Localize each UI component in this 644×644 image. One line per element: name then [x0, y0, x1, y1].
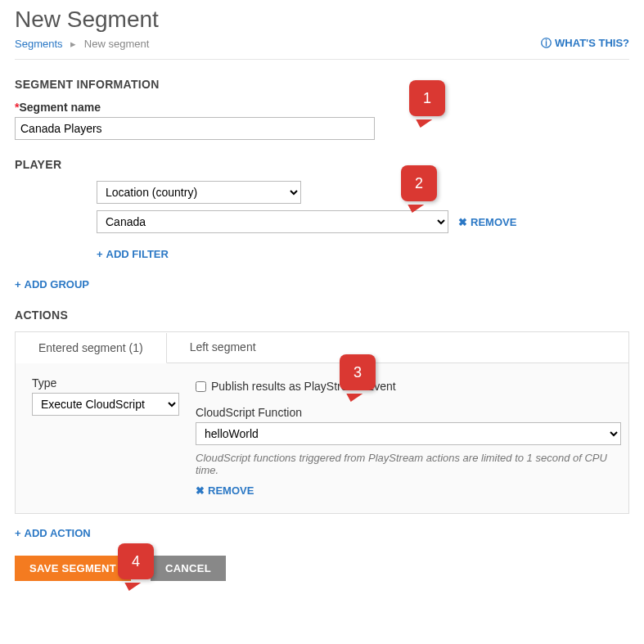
- cloudscript-function-select[interactable]: helloWorld: [196, 422, 621, 445]
- breadcrumb-segments-link[interactable]: Segments: [15, 38, 63, 50]
- callout-4: 4: [118, 543, 154, 579]
- chevron-right-icon: ▸: [70, 38, 76, 50]
- cancel-button[interactable]: CANCEL: [151, 556, 226, 581]
- plus-icon: +: [15, 278, 21, 290]
- action-type-select[interactable]: Execute CloudScript: [32, 393, 179, 416]
- player-header: PLAYER: [15, 158, 629, 171]
- remove-filter-button[interactable]: ✖ REMOVE: [458, 216, 516, 228]
- callout-1: 1: [409, 80, 445, 116]
- close-icon: ✖: [458, 216, 467, 228]
- callout-3: 3: [340, 354, 376, 390]
- actions-panel: Type Execute CloudScript Publish results…: [15, 363, 629, 514]
- page-title: New Segment: [15, 7, 629, 33]
- close-icon: ✖: [196, 484, 205, 497]
- segment-name-input[interactable]: [15, 117, 375, 140]
- actions-tabs: Entered segment (1) Left segment: [15, 331, 629, 363]
- cloudscript-note: CloudScript functions triggered from Pla…: [196, 452, 621, 476]
- whats-this-link[interactable]: ⓘWHAT'S THIS?: [541, 36, 629, 51]
- tab-entered-segment[interactable]: Entered segment (1): [16, 333, 167, 363]
- add-group-button[interactable]: + ADD GROUP: [15, 278, 89, 290]
- add-filter-button[interactable]: + ADD FILTER: [97, 248, 169, 260]
- plus-icon: +: [97, 248, 103, 260]
- tab-left-segment[interactable]: Left segment: [167, 332, 279, 363]
- breadcrumb-current: New segment: [84, 38, 149, 50]
- add-action-button[interactable]: + ADD ACTION: [15, 527, 91, 539]
- breadcrumb: Segments ▸ New segment: [15, 38, 149, 50]
- segment-name-label: *Segment name: [15, 101, 629, 114]
- remove-action-button[interactable]: ✖ REMOVE: [196, 484, 254, 497]
- callout-2: 2: [401, 165, 437, 201]
- actions-header: ACTIONS: [15, 308, 629, 322]
- publish-results-checkbox[interactable]: [196, 381, 206, 392]
- filter-value-select[interactable]: Canada: [97, 210, 448, 233]
- filter-type-select[interactable]: Location (country): [97, 181, 301, 204]
- plus-icon: +: [15, 527, 21, 539]
- type-label: Type: [32, 376, 179, 390]
- cloudscript-function-label: CloudScript Function: [196, 406, 621, 419]
- save-segment-button[interactable]: SAVE SEGMENT: [15, 556, 131, 581]
- info-icon: ⓘ: [541, 37, 552, 49]
- segment-info-header: SEGMENT INFORMATION: [15, 78, 629, 91]
